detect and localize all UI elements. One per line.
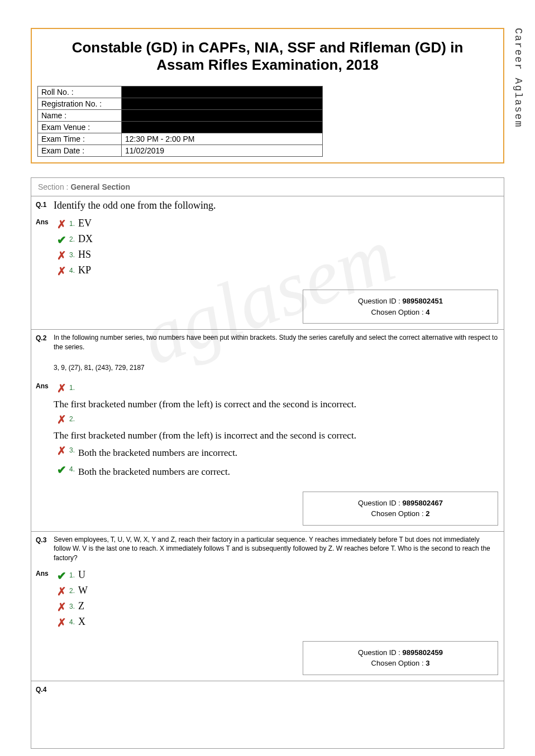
option-row: ✗ 3. HS [54,247,498,263]
chosen-option-label: Chosen Option : [371,509,426,518]
option-text: W [78,585,88,596]
side-watermark: Career Aglasem [513,28,524,128]
reg-no-label: Registration No. : [38,98,122,110]
question-meta: Question ID : 9895802459 Chosen Option :… [303,641,498,675]
check-icon: ✔ [57,464,66,476]
cross-icon: ✗ [57,585,66,598]
option-number: 2. [69,233,78,243]
chosen-option-value: 3 [426,659,429,667]
section-prefix: Section : [38,182,70,191]
answer-label: Ans [31,215,54,284]
table-row: Exam Date : 11/02/2019 [38,145,323,157]
option-row: ✗ 1. EV [54,216,498,232]
option-text: X [78,616,85,628]
option-row: ✔ 1. U [54,567,498,583]
question-series: 3, 9, (27), 81, (243), 729, 2187 [54,352,498,376]
answer-label: Ans [31,379,54,485]
question-text: In the following number series, two numb… [54,330,504,379]
option-row: ✗ 3. Z [54,599,498,614]
table-row: Exam Venue : [38,122,323,133]
answer-options: ✗ 1. EV ✔ 2. DX ✗ 3. HS ✗ 4. KP [54,215,504,284]
question-block: Q.2 In the following number series, two … [31,330,504,532]
section-name: General Section [70,182,130,191]
section-header: Section : General Section [31,178,504,196]
option-number: 3. [69,249,78,259]
check-icon: ✔ [57,570,66,582]
option-text: Both the bracketed numbers are incorrect… [78,444,237,460]
question-meta: Question ID : 9895802451 Chosen Option :… [303,290,498,324]
table-row: Exam Time : 12:30 PM - 2:00 PM [38,133,323,145]
time-label: Exam Time : [38,133,122,145]
cross-icon: ✗ [57,445,66,457]
answer-options: ✔ 1. U ✗ 2. W ✗ 3. Z ✗ 4. X [54,566,504,635]
time-value: 12:30 PM - 2:00 PM [122,133,323,145]
question-text [54,681,504,696]
option-text: Z [78,600,84,612]
question-id-label: Question ID : [358,297,402,305]
option-number: 1. [69,218,78,228]
section-box: Section : General Section Q.1 Identify t… [31,177,504,749]
option-number: 4. [69,264,78,275]
question-id-label: Question ID : [358,648,402,657]
option-row: ✗ 3. Both the bracketed numbers are inco… [54,442,498,461]
cross-icon: ✗ [57,617,66,629]
roll-no-label: Roll No. : [38,86,122,98]
option-row: ✗ 1. [54,380,498,396]
chosen-option-value: 4 [426,308,429,316]
answer-label: Ans [31,566,54,635]
chosen-option-label: Chosen Option : [371,659,426,667]
cross-icon: ✗ [57,413,66,426]
table-row: Registration No. : [38,98,323,110]
option-number: 2. [69,413,78,423]
option-text: The first bracketed number (from the lef… [54,396,498,411]
question-text-body: In the following number series, two numb… [54,333,498,352]
option-row: ✔ 4. Both the bracketed numbers are corr… [54,461,498,480]
option-text: KP [78,264,91,276]
reg-no-value [122,98,323,110]
table-row: Roll No. : [38,86,323,98]
cross-icon: ✗ [57,265,66,277]
option-number: 3. [69,444,78,454]
question-text: Seven employees, T, U, V, W, X, Y and Z,… [54,532,504,566]
candidate-info-table: Roll No. : Registration No. : Name : Exa… [37,86,323,157]
option-text: DX [78,233,93,245]
option-text: HS [78,249,91,261]
option-text: U [78,569,85,581]
answer-options: ✗ 1. The first bracketed number (from th… [54,379,504,485]
option-row: ✔ 2. DX [54,232,498,247]
question-number: Q.1 [31,196,54,215]
cross-icon: ✗ [57,249,66,262]
option-row: ✗ 2. [54,411,498,427]
roll-no-value [122,86,323,98]
date-value: 11/02/2019 [122,145,323,157]
date-label: Exam Date : [38,145,122,157]
option-number: 2. [69,585,78,595]
question-id-value: 9895802459 [403,648,443,657]
question-block: Q.3 Seven employees, T, U, V, W, X, Y an… [31,532,504,681]
venue-value [122,122,323,133]
question-text: Identify the odd one from the following. [54,196,504,215]
option-text: Both the bracketed numbers are correct. [78,463,230,479]
name-value [122,110,323,122]
header-box: Constable (GD) in CAPFs, NIA, SSF and Ri… [31,28,504,163]
chosen-option-value: 2 [426,509,429,518]
cross-icon: ✗ [57,601,66,613]
table-row: Name : [38,110,323,122]
cross-icon: ✗ [57,382,66,394]
option-number: 1. [69,569,78,579]
question-meta: Question ID : 9895802467 Chosen Option :… [303,492,498,526]
name-label: Name : [38,110,122,122]
option-number: 1. [69,382,78,392]
question-number: Q.3 [31,532,54,566]
option-number: 3. [69,600,78,610]
venue-label: Exam Venue : [38,122,122,133]
question-id-value: 9895802451 [403,297,443,305]
option-text: The first bracketed number (from the lef… [54,427,498,442]
check-icon: ✔ [57,234,66,246]
question-block: Q.1 Identify the odd one from the follow… [31,196,504,330]
question-id-label: Question ID : [358,499,402,507]
cross-icon: ✗ [57,218,66,230]
question-number: Q.4 [31,681,54,696]
question-id-value: 9895802467 [403,499,443,507]
option-text: EV [78,218,92,229]
